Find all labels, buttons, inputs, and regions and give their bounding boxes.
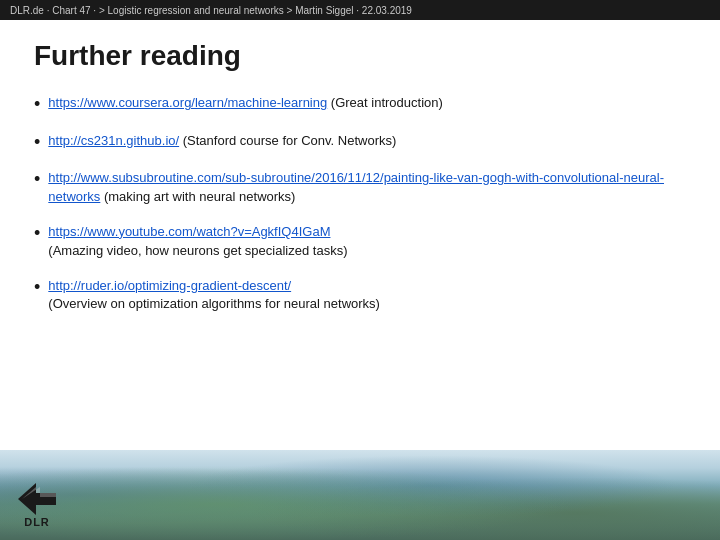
svg-marker-0 (18, 483, 56, 515)
painting-description: (making art with neural networks) (100, 189, 295, 204)
bullet-dot: • (34, 94, 40, 116)
dlr-arrow-icon (18, 483, 56, 515)
bullet-dot: • (34, 169, 40, 191)
list-item-content: http://cs231n.github.io/ (Stanford cours… (48, 132, 396, 151)
page-title: Further reading (34, 40, 686, 72)
list-item: • http://cs231n.github.io/ (Stanford cou… (34, 132, 686, 154)
footer-overlay (0, 450, 720, 540)
bullet-dot: • (34, 277, 40, 299)
list-item: • https://www.coursera.org/learn/machine… (34, 94, 686, 116)
list-item-content: https://www.coursera.org/learn/machine-l… (48, 94, 443, 113)
list-item: • http://ruder.io/optimizing-gradient-de… (34, 277, 686, 315)
coursera-link[interactable]: https://www.coursera.org/learn/machine-l… (48, 95, 327, 110)
bullet-dot: • (34, 223, 40, 245)
ruder-link[interactable]: http://ruder.io/optimizing-gradient-desc… (48, 278, 291, 293)
bullet-dot: • (34, 132, 40, 154)
ruder-description: (Overview on optimization algorithms for… (48, 296, 380, 311)
further-reading-list: • https://www.coursera.org/learn/machine… (34, 94, 686, 314)
header-breadcrumb-bar: DLR.de · Chart 47 · > Logistic regressio… (0, 0, 720, 20)
main-content: Further reading • https://www.coursera.o… (0, 20, 720, 340)
dlr-logo-box: DLR (18, 483, 56, 528)
cs231n-description: (Stanford course for Conv. Networks) (179, 133, 396, 148)
footer: DLR (0, 450, 720, 540)
list-item: • http://www.subsubroutine.com/sub-subro… (34, 169, 686, 207)
list-item-content: http://www.subsubroutine.com/sub-subrout… (48, 169, 686, 207)
list-item: • https://www.youtube.com/watch?v=AgkfIQ… (34, 223, 686, 261)
breadcrumb-text: DLR.de · Chart 47 · > Logistic regressio… (10, 5, 412, 16)
list-item-content: https://www.youtube.com/watch?v=AgkfIQ4I… (48, 223, 347, 261)
coursera-description: (Great introduction) (327, 95, 443, 110)
youtube-link[interactable]: https://www.youtube.com/watch?v=AgkfIQ4I… (48, 224, 330, 239)
dlr-logo: DLR (18, 483, 56, 528)
dlr-logo-text: DLR (24, 516, 50, 528)
youtube-description: (Amazing video, how neurons get speciali… (48, 243, 347, 258)
cs231n-link[interactable]: http://cs231n.github.io/ (48, 133, 179, 148)
list-item-content: http://ruder.io/optimizing-gradient-desc… (48, 277, 380, 315)
